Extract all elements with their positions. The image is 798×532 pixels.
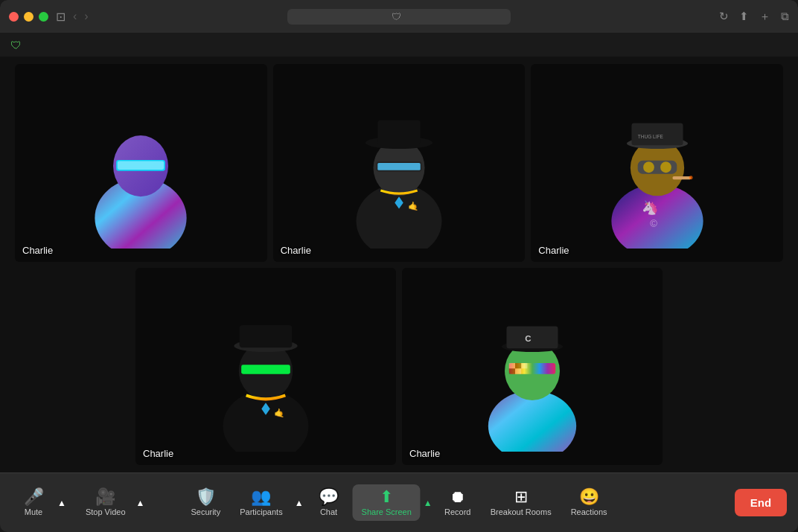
video-area: Charlie <box>0 57 798 472</box>
svg-text:🤙: 🤙 <box>274 408 285 419</box>
participant-name-1: Charlie <box>22 245 53 256</box>
reload-icon[interactable]: ↻ <box>719 10 729 23</box>
back-icon[interactable]: ‹ <box>73 10 77 23</box>
minimize-button[interactable] <box>24 12 33 22</box>
mute-icon: 🎤 <box>24 489 44 505</box>
toolbar: 🎤 Mute ▲ 🎥 Stop Video ▲ 🛡️ Security 👥 Pa… <box>0 472 798 532</box>
record-label: Record <box>444 507 470 516</box>
chat-icon: 💬 <box>319 489 339 505</box>
svg-text:THUG LIFE: THUG LIFE <box>637 134 663 139</box>
mute-label: Mute <box>25 507 42 516</box>
share-screen-icon: ⬆ <box>380 489 393 505</box>
participants-label: Participants <box>240 507 282 516</box>
svg-point-23 <box>660 161 671 173</box>
windows-icon[interactable]: ⧉ <box>781 10 789 23</box>
participant-name-3: Charlie <box>538 245 569 256</box>
chat-label: Chat <box>320 507 337 516</box>
forward-icon[interactable]: › <box>84 10 88 23</box>
tab-overview-icon[interactable]: ⊡ <box>56 10 66 24</box>
participants-chevron[interactable]: ▲ <box>293 498 305 508</box>
avatar-container-2: 🤙 <box>273 64 526 262</box>
video-row-2: 🤙 Charlie <box>15 268 783 466</box>
new-tab-icon[interactable]: ＋ <box>759 10 770 24</box>
svg-rect-11 <box>377 163 421 170</box>
record-icon: ⏺ <box>450 489 466 505</box>
video-cell-5: C Charlie <box>402 268 663 466</box>
participant-name-4: Charlie <box>143 448 173 459</box>
security-icon: 🛡️ <box>196 489 216 505</box>
video-cell-1: Charlie <box>15 64 267 262</box>
video-chevron[interactable]: ▲ <box>135 498 147 508</box>
close-button[interactable] <box>9 12 19 22</box>
share-screen-label: Share Screen <box>362 507 412 516</box>
stop-video-icon: 🎥 <box>95 489 115 505</box>
svg-text:🤙: 🤙 <box>408 200 419 211</box>
video-cell-3: 🦄 THUG LIFE <box>531 64 783 262</box>
svg-rect-46 <box>521 363 527 368</box>
maximize-button[interactable] <box>39 12 48 22</box>
titlebar-right-controls: ↻ ⬆ ＋ ⧉ <box>719 10 789 24</box>
shield-icon: 🛡 <box>392 11 401 22</box>
svg-point-22 <box>643 161 654 173</box>
svg-rect-9 <box>377 120 421 144</box>
share-screen-chevron[interactable]: ▲ <box>422 498 434 508</box>
end-button[interactable]: End <box>735 489 787 516</box>
video-cell-4: 🤙 Charlie <box>135 268 396 466</box>
svg-rect-4 <box>118 161 164 170</box>
security-badge-icon: 🛡 <box>10 39 22 51</box>
mute-button[interactable]: 🎤 Mute <box>11 484 56 521</box>
mute-chevron[interactable]: ▲ <box>56 498 68 508</box>
stop-video-button[interactable]: 🎥 Stop Video <box>77 484 135 521</box>
svg-text:C: C <box>525 334 531 343</box>
svg-rect-48 <box>515 369 521 374</box>
svg-rect-47 <box>509 369 515 374</box>
participants-button[interactable]: 👥 Participants <box>231 484 291 521</box>
avatar-container-1 <box>15 64 267 262</box>
participant-name-5: Charlie <box>409 448 440 459</box>
reactions-icon: 😀 <box>579 489 599 505</box>
traffic-lights <box>9 12 48 22</box>
reactions-label: Reactions <box>571 507 607 516</box>
video-cell-2: 🤙 Charlie <box>273 64 526 262</box>
security-label: Security <box>191 507 220 516</box>
svg-rect-45 <box>515 363 521 368</box>
participant-name-2: Charlie <box>281 245 311 256</box>
participants-icon: 👥 <box>251 489 271 505</box>
breakout-rooms-button[interactable]: ⊞ Breakout Rooms <box>482 484 561 521</box>
svg-point-25 <box>689 176 692 179</box>
reactions-button[interactable]: 😀 Reactions <box>562 484 616 521</box>
address-bar[interactable]: 🛡 <box>287 9 511 25</box>
avatar-container-4: 🤙 <box>135 268 396 466</box>
svg-text:🦄: 🦄 <box>642 199 659 215</box>
avatar-container-5: C <box>402 268 663 466</box>
security-badge-area: 🛡 <box>0 33 798 57</box>
video-row-1: Charlie <box>15 64 783 262</box>
svg-rect-41 <box>507 327 558 349</box>
svg-rect-34 <box>241 365 290 374</box>
right-controls: End <box>735 489 787 516</box>
share-icon[interactable]: ⬆ <box>739 10 749 23</box>
svg-rect-44 <box>509 363 515 368</box>
breakout-rooms-icon: ⊞ <box>514 489 528 505</box>
share-screen-button[interactable]: ⬆ Share Screen <box>353 484 421 521</box>
svg-text:©: © <box>650 218 657 229</box>
security-button[interactable]: 🛡️ Security <box>182 484 229 521</box>
stop-video-label: Stop Video <box>86 507 126 516</box>
left-controls: 🎤 Mute ▲ 🎥 Stop Video ▲ <box>11 484 146 521</box>
svg-rect-24 <box>672 176 691 179</box>
record-button[interactable]: ⏺ Record <box>435 484 480 521</box>
titlebar: ⊡ ‹ › 🛡 ↻ ⬆ ＋ ⧉ <box>0 0 798 33</box>
avatar-container-3: 🦄 THUG LIFE <box>531 64 783 262</box>
chat-button[interactable]: 💬 Chat <box>307 484 351 521</box>
svg-rect-33 <box>240 325 293 347</box>
breakout-rooms-label: Breakout Rooms <box>491 507 552 516</box>
